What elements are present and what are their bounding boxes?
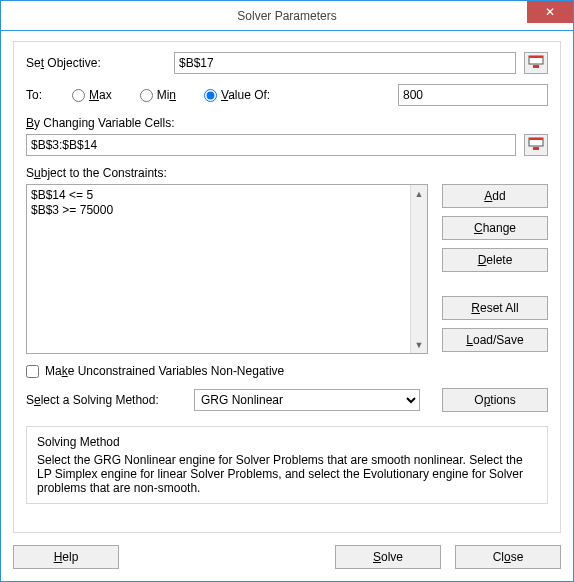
delete-button[interactable]: Delete bbox=[442, 248, 548, 272]
radio-min-label: Min bbox=[157, 88, 176, 102]
set-objective-row: Set Objective: bbox=[26, 52, 548, 74]
load-save-button[interactable]: Load/Save bbox=[442, 328, 548, 352]
changing-cells-section: By Changing Variable Cells: bbox=[26, 116, 548, 156]
window-close-button[interactable]: ✕ bbox=[527, 1, 573, 23]
to-label: To: bbox=[26, 88, 64, 102]
radio-max-input[interactable] bbox=[72, 89, 85, 102]
method-desc-body: Select the GRG Nonlinear engine for Solv… bbox=[37, 453, 537, 495]
changing-cells-input[interactable] bbox=[26, 134, 516, 156]
reset-all-button[interactable]: Reset All bbox=[442, 296, 548, 320]
solver-parameters-dialog: Solver Parameters ✕ Set Objective: To: bbox=[0, 0, 574, 582]
solving-method-description: Solving Method Select the GRG Nonlinear … bbox=[26, 426, 548, 504]
set-objective-label: Set Objective: bbox=[26, 56, 166, 70]
value-of-input[interactable] bbox=[398, 84, 548, 106]
make-unconstrained-checkbox[interactable]: Make Unconstrained Variables Non-Negativ… bbox=[26, 364, 548, 378]
svg-rect-2 bbox=[533, 65, 539, 68]
add-button[interactable]: Add bbox=[442, 184, 548, 208]
constraints-listbox[interactable]: $B$14 <= 5 $B$3 >= 75000 ▲ ▼ bbox=[26, 184, 428, 354]
constraint-buttons: Add Change Delete Reset All Load/Save bbox=[442, 184, 548, 354]
changing-cells-ref-button[interactable] bbox=[524, 134, 548, 156]
window-title: Solver Parameters bbox=[237, 9, 336, 23]
close-dialog-button[interactable]: Close bbox=[455, 545, 561, 569]
radio-value-of-label: Value Of: bbox=[221, 88, 270, 102]
make-unconstrained-input[interactable] bbox=[26, 365, 39, 378]
collapse-dialog-icon bbox=[528, 137, 544, 154]
close-icon: ✕ bbox=[545, 5, 555, 19]
main-group: Set Objective: To: Max bbox=[13, 41, 561, 533]
scroll-up-icon[interactable]: ▲ bbox=[411, 185, 428, 202]
listbox-scrollbar[interactable]: ▲ ▼ bbox=[410, 185, 427, 353]
svg-rect-1 bbox=[529, 56, 543, 58]
help-button[interactable]: Help bbox=[13, 545, 119, 569]
solving-method-row: Select a Solving Method: GRG Nonlinear O… bbox=[26, 388, 548, 412]
make-unconstrained-label: Make Unconstrained Variables Non-Negativ… bbox=[45, 364, 284, 378]
radio-value-of[interactable]: Value Of: bbox=[204, 88, 270, 102]
changing-cells-label: By Changing Variable Cells: bbox=[26, 116, 548, 130]
content-area: Set Objective: To: Max bbox=[1, 31, 573, 581]
to-row: To: Max Min Value Of: bbox=[26, 84, 548, 106]
constraints-section: Subject to the Constraints: $B$14 <= 5 $… bbox=[26, 166, 548, 354]
objective-ref-button[interactable] bbox=[524, 52, 548, 74]
radio-max-label: Max bbox=[89, 88, 112, 102]
solving-method-select[interactable]: GRG Nonlinear bbox=[194, 389, 420, 411]
footer-buttons: Help Solve Close bbox=[13, 545, 561, 569]
titlebar: Solver Parameters ✕ bbox=[1, 1, 573, 31]
radio-min-input[interactable] bbox=[140, 89, 153, 102]
objective-input[interactable] bbox=[174, 52, 516, 74]
svg-rect-4 bbox=[529, 138, 543, 140]
method-desc-title: Solving Method bbox=[37, 435, 537, 449]
radio-value-of-input[interactable] bbox=[204, 89, 217, 102]
solve-button[interactable]: Solve bbox=[335, 545, 441, 569]
constraint-item[interactable]: $B$3 >= 75000 bbox=[31, 203, 423, 218]
scroll-down-icon[interactable]: ▼ bbox=[411, 336, 428, 353]
svg-rect-5 bbox=[533, 147, 539, 150]
radio-min[interactable]: Min bbox=[140, 88, 176, 102]
to-radio-group: Max Min Value Of: bbox=[72, 84, 548, 106]
collapse-dialog-icon bbox=[528, 55, 544, 72]
constraints-label: Subject to the Constraints: bbox=[26, 166, 548, 180]
change-button[interactable]: Change bbox=[442, 216, 548, 240]
options-button[interactable]: Options bbox=[442, 388, 548, 412]
select-method-label: Select a Solving Method: bbox=[26, 393, 186, 407]
constraint-item[interactable]: $B$14 <= 5 bbox=[31, 188, 423, 203]
radio-max[interactable]: Max bbox=[72, 88, 112, 102]
